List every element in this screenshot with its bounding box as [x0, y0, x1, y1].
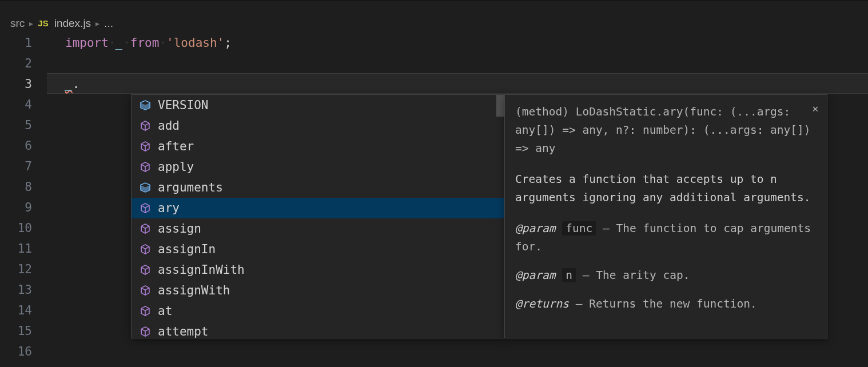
breadcrumb[interactable]: src ▸ JS index.js ▸ ...: [0, 14, 868, 33]
doc-description: Creates a function that accepts up to n …: [515, 170, 817, 207]
line-number: 3: [0, 74, 32, 94]
line-number-gutter: 1 2 3 4 5 6 7 8 9 10 11 12 13 14 15 16: [0, 33, 47, 362]
suggest-item-label: assign: [158, 218, 201, 239]
token-punct: ;: [224, 36, 232, 50]
code-area[interactable]: import·_·from·'lodash'; _. VERSIONadd: [47, 33, 868, 362]
doc-returns: @returns — Returns the new function.: [515, 295, 817, 313]
token-identifier: _: [65, 77, 73, 91]
breadcrumb-symbol[interactable]: ...: [104, 17, 113, 30]
line-number: 6: [0, 135, 32, 156]
suggest-item-label: at: [158, 301, 172, 321]
doc-tag: @param: [515, 222, 555, 235]
token-keyword: from: [130, 36, 160, 50]
variable-icon: [140, 182, 151, 193]
code-line-active[interactable]: _.: [47, 73, 868, 94]
suggest-list[interactable]: VERSIONaddafterapplyargumentsaryassignas…: [132, 95, 504, 338]
breadcrumb-file[interactable]: index.js: [54, 17, 91, 30]
method-icon: [140, 244, 151, 255]
method-icon: [140, 120, 151, 131]
suggest-item[interactable]: add: [132, 115, 504, 136]
code-line[interactable]: import·_·from·'lodash';: [47, 33, 868, 53]
suggest-item[interactable]: assignInWith: [132, 260, 504, 280]
doc-tag: @returns: [515, 297, 569, 310]
suggest-item-label: ary: [158, 198, 180, 218]
method-icon: [140, 202, 151, 214]
suggest-item-label: add: [158, 115, 180, 136]
doc-param-desc: The arity cap.: [596, 269, 690, 282]
line-number: 7: [0, 156, 32, 177]
lightbulb-icon[interactable]: [67, 55, 80, 68]
method-icon: [140, 264, 151, 276]
suggest-item[interactable]: arguments: [132, 177, 504, 198]
suggest-item[interactable]: after: [132, 136, 504, 157]
suggest-doc-panel: ✕ (method) LoDashStatic.ary(func: (...ar…: [504, 94, 827, 338]
line-number: 15: [0, 321, 32, 341]
line-number: 9: [0, 197, 32, 218]
method-icon: [140, 223, 151, 234]
token-punct: .: [73, 77, 80, 91]
js-file-icon: JS: [38, 18, 48, 28]
line-number: 16: [0, 341, 32, 362]
line-number: 13: [0, 280, 32, 300]
suggest-item-label: VERSION: [158, 95, 209, 115]
method-icon: [140, 285, 151, 296]
doc-param-name: n: [562, 268, 576, 282]
token-string: 'lodash': [166, 36, 224, 50]
close-icon[interactable]: ✕: [810, 99, 821, 111]
method-icon: [140, 305, 151, 317]
suggest-item-label: arguments: [158, 177, 223, 198]
line-number: 5: [0, 115, 32, 135]
breadcrumb-folder[interactable]: src: [10, 17, 25, 30]
suggest-item-label: after: [158, 136, 194, 157]
doc-param-desc: The function to cap arguments for.: [515, 222, 811, 253]
whitespace-dot: ·: [159, 36, 166, 50]
suggest-item[interactable]: assignIn: [132, 239, 504, 260]
tab-bar: [0, 0, 868, 14]
whitespace-dot: ·: [109, 36, 116, 50]
doc-param: @param func — The function to cap argume…: [515, 220, 817, 256]
code-line[interactable]: [47, 53, 868, 74]
line-number: 11: [0, 238, 32, 259]
suggest-item[interactable]: ary: [132, 198, 504, 218]
line-number: 12: [0, 259, 32, 280]
code-line[interactable]: [47, 340, 868, 361]
editor-root: src ▸ JS index.js ▸ ... 1 2 3 4 5 6 7 8 …: [0, 0, 868, 367]
doc-signature: (method) LoDashStatic.ary(func: (...args…: [515, 103, 817, 158]
suggest-item[interactable]: VERSION: [132, 95, 504, 115]
method-icon: [140, 141, 151, 152]
scrollbar-thumb[interactable]: [496, 95, 504, 117]
whitespace-dot: ·: [123, 36, 130, 50]
suggest-item-label: assignIn: [158, 239, 216, 260]
code-editor[interactable]: 1 2 3 4 5 6 7 8 9 10 11 12 13 14 15 16 i…: [0, 33, 868, 362]
doc-returns-desc: Returns the new function.: [589, 297, 757, 310]
line-number: 10: [0, 218, 32, 238]
line-number: 8: [0, 177, 32, 197]
doc-tag: @param: [515, 269, 555, 282]
line-number: 14: [0, 300, 32, 321]
suggest-item[interactable]: apply: [132, 157, 504, 177]
suggest-item[interactable]: attempt: [132, 321, 504, 338]
suggest-item[interactable]: assignWith: [132, 280, 504, 301]
line-number: 4: [0, 94, 32, 115]
chevron-right-icon: ▸: [95, 19, 99, 28]
suggest-item-label: attempt: [158, 321, 209, 338]
suggest-item-label: apply: [158, 157, 194, 177]
chevron-right-icon: ▸: [29, 19, 33, 28]
token-identifier: _: [116, 36, 124, 50]
method-icon: [140, 326, 151, 337]
line-number: 1: [0, 33, 32, 53]
suggest-item-label: assignInWith: [158, 260, 245, 280]
intellisense-suggest[interactable]: VERSIONaddafterapplyargumentsaryassignas…: [131, 94, 505, 338]
line-number: 2: [0, 53, 32, 74]
suggest-item-label: assignWith: [158, 280, 230, 301]
doc-param: @param n — The arity cap.: [515, 266, 817, 285]
doc-param-name: func: [562, 221, 596, 236]
suggest-item[interactable]: at: [132, 301, 504, 321]
suggest-item[interactable]: assign: [132, 218, 504, 239]
token-keyword: import: [65, 36, 109, 50]
variable-icon: [140, 99, 151, 111]
method-icon: [140, 161, 151, 173]
